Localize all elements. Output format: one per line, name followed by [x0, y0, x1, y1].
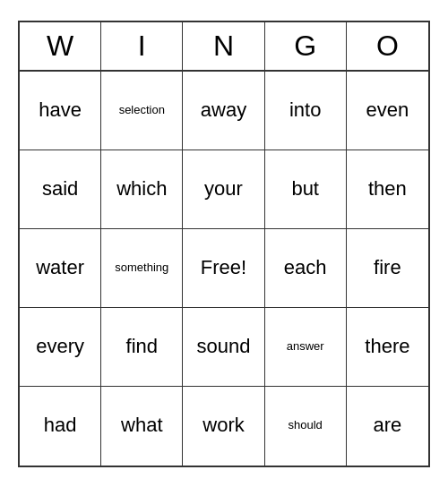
bingo-cell-2-0: water — [20, 229, 101, 308]
cell-text-1-0: said — [42, 177, 78, 201]
bingo-cell-3-3: answer — [265, 308, 347, 387]
bingo-cell-3-2: sound — [183, 308, 264, 387]
cell-text-3-3: answer — [287, 339, 324, 355]
cell-text-4-1: what — [121, 414, 162, 437]
cell-text-3-0: every — [36, 335, 84, 358]
bingo-cell-2-1: something — [101, 229, 183, 308]
bingo-cell-2-4: fire — [347, 229, 428, 308]
cell-text-3-1: find — [126, 335, 158, 358]
bingo-cell-4-0: had — [20, 387, 101, 466]
cell-text-1-4: then — [368, 177, 407, 201]
cell-text-3-4: there — [365, 335, 409, 358]
bingo-cell-4-1: what — [101, 387, 183, 466]
bingo-cell-1-3: but — [265, 150, 347, 229]
bingo-grid: haveselectionawayintoevensaidwhichyourbu… — [20, 72, 428, 466]
cell-text-0-4: even — [366, 98, 409, 122]
bingo-cell-1-1: which — [101, 150, 183, 229]
cell-text-0-0: have — [39, 98, 82, 122]
cell-text-2-1: something — [115, 261, 168, 276]
cell-text-2-2: Free! — [201, 256, 246, 279]
bingo-cell-3-4: there — [347, 308, 428, 387]
header-letter-n: N — [183, 22, 264, 70]
bingo-cell-0-2: away — [183, 72, 264, 150]
bingo-cell-0-4: even — [347, 72, 428, 150]
cell-text-2-3: each — [284, 256, 327, 279]
cell-text-3-2: sound — [197, 335, 251, 358]
bingo-cell-0-0: have — [20, 72, 101, 150]
bingo-cell-2-3: each — [265, 229, 347, 308]
header-letter-g: G — [265, 22, 347, 70]
cell-text-4-2: work — [202, 414, 244, 437]
cell-text-4-3: should — [289, 418, 323, 433]
cell-text-2-0: water — [36, 256, 84, 279]
bingo-cell-1-0: said — [20, 150, 101, 229]
bingo-cell-4-3: should — [265, 387, 347, 466]
cell-text-4-0: had — [44, 414, 77, 437]
bingo-cell-4-2: work — [183, 387, 264, 466]
bingo-cell-0-3: into — [265, 72, 347, 150]
header-letter-i: I — [101, 22, 183, 70]
bingo-cell-2-2: Free! — [183, 229, 264, 308]
cell-text-2-4: fire — [374, 256, 401, 279]
cell-text-4-4: are — [373, 414, 401, 437]
cell-text-1-3: but — [291, 177, 319, 201]
cell-text-1-1: which — [116, 177, 167, 201]
bingo-cell-3-1: find — [101, 308, 183, 387]
bingo-cell-1-2: your — [183, 150, 264, 229]
header-letter-w: W — [20, 22, 101, 70]
bingo-cell-1-4: then — [347, 150, 428, 229]
bingo-card: WINGO haveselectionawayintoevensaidwhich… — [18, 21, 430, 467]
header-letter-o: O — [347, 22, 428, 70]
bingo-cell-4-4: are — [347, 387, 428, 466]
bingo-cell-3-0: every — [20, 308, 101, 387]
cell-text-0-1: selection — [119, 103, 165, 118]
cell-text-0-2: away — [201, 98, 246, 122]
cell-text-0-3: into — [289, 98, 321, 122]
cell-text-1-2: your — [204, 177, 243, 201]
bingo-cell-0-1: selection — [101, 72, 183, 150]
bingo-header: WINGO — [20, 22, 428, 72]
